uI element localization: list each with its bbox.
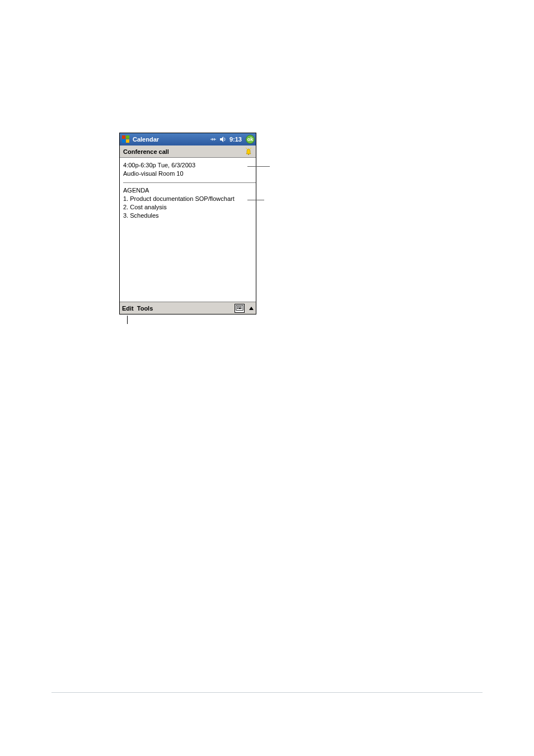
keyboard-sip-icon[interactable] <box>235 304 245 313</box>
reminder-bell-icon[interactable] <box>245 148 252 156</box>
speaker-icon[interactable] <box>219 135 227 143</box>
svg-rect-0 <box>122 135 125 139</box>
svg-rect-12 <box>242 308 242 309</box>
ok-button[interactable]: ok <box>246 135 255 144</box>
svg-rect-10 <box>237 308 238 309</box>
svg-rect-7 <box>238 307 240 308</box>
svg-rect-2 <box>122 139 125 143</box>
location-line: Audio-visual Room 10 <box>123 170 246 178</box>
svg-rect-3 <box>126 139 129 143</box>
sip-arrow-up-icon[interactable] <box>249 307 254 310</box>
tools-menu[interactable]: Tools <box>137 305 153 312</box>
pocketpc-window: Calendar 9:13 ok Conference call 4:00p-6… <box>119 133 256 314</box>
app-title: Calendar <box>133 136 209 143</box>
svg-rect-9 <box>242 307 242 308</box>
appointment-details: 4:00p-6:30p Tue, 6/3/2003 Audio-visual R… <box>120 158 256 302</box>
menu-bar: Edit Tools <box>120 302 256 314</box>
notes-item: 2. Cost analysis <box>123 203 252 212</box>
meta-block: 4:00p-6:30p Tue, 6/3/2003 Audio-visual R… <box>123 161 256 183</box>
svg-rect-11 <box>238 308 241 309</box>
appointment-subject: Conference call <box>123 148 169 155</box>
notes-item: 1. Product documentation SOP/flowchart <box>123 195 252 203</box>
svg-rect-6 <box>237 307 238 308</box>
svg-rect-8 <box>240 307 241 308</box>
start-flag-icon[interactable] <box>121 134 131 144</box>
subject-bar: Conference call <box>120 145 256 158</box>
title-bar: Calendar 9:13 ok <box>120 133 256 145</box>
notes-heading: AGENDA <box>123 186 252 195</box>
edit-menu[interactable]: Edit <box>122 305 134 312</box>
notes-item: 3. Schedules <box>123 212 252 220</box>
connection-icon[interactable] <box>209 135 217 143</box>
callout-line <box>247 200 264 200</box>
page-footer-divider <box>51 692 483 693</box>
clock-time: 9:13 <box>229 136 242 143</box>
time-line: 4:00p-6:30p Tue, 6/3/2003 <box>123 161 246 170</box>
svg-point-4 <box>248 154 249 155</box>
svg-rect-1 <box>126 135 129 139</box>
notes-block: AGENDA 1. Product documentation SOP/flow… <box>123 186 252 220</box>
text-cursor <box>127 316 128 324</box>
callout-line <box>247 166 270 167</box>
